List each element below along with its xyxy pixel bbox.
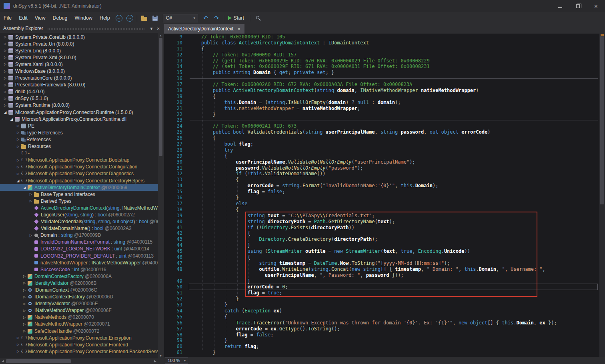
expander-icon[interactable]: ▷ bbox=[22, 322, 27, 326]
tab-activedirectorydomaincontext[interactable]: ActiveDirectoryDomainContext × bbox=[164, 24, 244, 34]
tree-item[interactable]: ▷INativeMethodWrapper @0200006F bbox=[0, 307, 158, 314]
tree-item[interactable]: ▷IdentityValidator @0200006B bbox=[0, 280, 158, 286]
code-viewer[interactable]: 9 // Token: 0x02000069 RID: 10510 public… bbox=[164, 34, 599, 357]
tree-item[interactable]: ▷Domain : string @1700009D bbox=[0, 232, 158, 239]
expander-icon[interactable]: ▷ bbox=[2, 76, 8, 80]
tree-item[interactable]: ValidateDomainName() : bool @060002A3 bbox=[0, 225, 158, 232]
tree-item[interactable]: ▷Type References bbox=[0, 129, 158, 136]
code-line[interactable]: 17 // Token: 0x060002A0 RID: 672 RVA: 0x… bbox=[164, 82, 599, 88]
tree-item[interactable]: ▷IDomainContext @0200006C bbox=[0, 286, 158, 293]
tree-scrollbar-thumb[interactable] bbox=[159, 38, 162, 156]
expander-icon[interactable]: ▷ bbox=[22, 329, 27, 333]
tree-item[interactable]: ▷NativeMethods @02000070 bbox=[0, 314, 158, 321]
code-line[interactable]: 43 Directory.CreateDirectory(directoryPa… bbox=[164, 236, 599, 242]
expander-icon[interactable]: ▷ bbox=[22, 295, 27, 299]
expander-icon[interactable]: ▷ bbox=[15, 343, 21, 346]
expander-icon[interactable]: ▷ bbox=[22, 281, 27, 285]
tree-item[interactable]: ▷IIdentityValidator @0200006E bbox=[0, 300, 158, 307]
expander-icon[interactable]: ▷ bbox=[15, 158, 21, 162]
code-line[interactable]: userPrincipalName, ", Password: ", passw… bbox=[164, 272, 599, 278]
tree-item[interactable]: ▷SafeCloseHandle @02000072 bbox=[0, 328, 158, 334]
expander-icon[interactable]: ▷ bbox=[22, 309, 27, 312]
code-line[interactable]: 47 string timestamp = DateTime.Now.ToStr… bbox=[164, 260, 599, 266]
expander-icon[interactable]: ▷ bbox=[2, 35, 8, 39]
code-line[interactable]: 58 flag = false; bbox=[164, 332, 599, 338]
tree-item[interactable]: ▷Base Type and Interfaces bbox=[0, 191, 158, 198]
code-line[interactable]: 33 { bbox=[164, 177, 599, 183]
tab-close-icon[interactable]: × bbox=[237, 26, 240, 32]
code-line[interactable]: 10 public class ActiveDirectoryDomainCon… bbox=[164, 40, 599, 46]
code-line[interactable]: 48 outfile.WriteLine(string.Concat(new s… bbox=[164, 266, 599, 272]
tree-item[interactable]: ▷DomainContextFactory @0200006A bbox=[0, 273, 158, 280]
code-line[interactable]: 38 { bbox=[164, 207, 599, 213]
tree-item[interactable]: ▷References bbox=[0, 136, 158, 143]
tree-item[interactable]: ▷NativeMethodWrapper @02000071 bbox=[0, 321, 158, 328]
tree-item[interactable]: ▷System.Runtime (8.0.0.0) bbox=[0, 102, 158, 109]
open-file-button[interactable] bbox=[139, 13, 150, 23]
tree-item[interactable]: LogonUser(string, string) : bool @060002… bbox=[0, 211, 158, 218]
code-line[interactable]: 51 flag = true; bbox=[164, 290, 599, 296]
tree-item[interactable]: ▷PE bbox=[0, 122, 158, 129]
redo-button[interactable]: ↷ bbox=[211, 13, 222, 23]
undo-button[interactable]: ↶ bbox=[200, 13, 211, 23]
tree-item[interactable]: ActiveDirectoryDomainContext(string, INa… bbox=[0, 204, 158, 211]
code-line[interactable]: 15 public string Domain { get; private s… bbox=[164, 70, 599, 76]
tree-item[interactable]: ◢Microsoft.ApplicationProxy.Connector.Di… bbox=[0, 177, 158, 184]
code-line[interactable]: 42 { bbox=[164, 230, 599, 236]
scroll-down-icon[interactable]: ▼ bbox=[158, 353, 163, 358]
code-line[interactable]: 27 bool flag; bbox=[164, 141, 599, 147]
expander-icon[interactable]: ▷ bbox=[15, 138, 21, 141]
tree-item[interactable]: ▷System.Private.Uri (8.0.0.0) bbox=[0, 40, 158, 47]
tree-item[interactable]: ▷Microsoft.ApplicationProxy.Connector.Fr… bbox=[0, 348, 158, 355]
code-line[interactable]: 21 this.nativeMethodWrapper = nativeMeth… bbox=[164, 106, 599, 112]
expander-icon[interactable]: ▷ bbox=[22, 288, 27, 292]
tree-item[interactable]: ▷IDomainContextFactory @0200006D bbox=[0, 294, 158, 300]
code-line[interactable]: 37 else bbox=[164, 201, 599, 207]
expander-icon[interactable]: ▷ bbox=[2, 104, 8, 107]
tree-item[interactable]: - bbox=[0, 150, 158, 157]
tree-item[interactable]: nativeMethodWrapper : INativeMethodWrapp… bbox=[0, 259, 158, 266]
expander-icon[interactable]: ▷ bbox=[22, 274, 27, 278]
code-line[interactable]: 11 { bbox=[164, 46, 599, 52]
expander-icon[interactable]: ◢ bbox=[9, 117, 14, 121]
editor-scrollbar-thumb[interactable] bbox=[600, 36, 604, 204]
tree-item[interactable]: ▷System.Private.Xml (8.0.0.0) bbox=[0, 54, 158, 61]
code-line[interactable]: 57 errorCode = ex.GetType().ToString(); bbox=[164, 326, 599, 332]
code-line[interactable]: 9 // Token: 0x02000069 RID: 105 bbox=[164, 34, 599, 40]
expander-icon[interactable]: ▷ bbox=[2, 97, 8, 100]
code-line[interactable]: 18 public ActiveDirectoryDomainContext(s… bbox=[164, 88, 599, 94]
tree-item[interactable]: LOGON32_LOGON_NETWORK : uint @04000114 bbox=[0, 246, 158, 252]
expander-icon[interactable]: ▷ bbox=[28, 234, 34, 237]
tree-hscrollbar-thumb[interactable] bbox=[6, 359, 71, 363]
tree-item[interactable]: ◢ActiveDirectoryDomainContext @02000069 bbox=[0, 184, 158, 191]
code-line[interactable]: 61 } bbox=[164, 350, 599, 356]
zoom-selector[interactable]: 100 % ▼ bbox=[165, 357, 188, 364]
code-separator-line[interactable]: 16 bbox=[164, 76, 599, 82]
expander-icon[interactable]: ▷ bbox=[15, 124, 21, 128]
expander-icon[interactable]: ▷ bbox=[22, 316, 27, 319]
code-line[interactable]: 35 flag = false; bbox=[164, 189, 599, 195]
code-line[interactable]: 30 userPrincipalName.ValidateNotNullOrEm… bbox=[164, 159, 599, 165]
tree-item[interactable]: ▷PresentationFramework (8.0.0.0) bbox=[0, 82, 158, 88]
tree-item[interactable]: ▷Microsoft.ApplicationProxy.Connector.Co… bbox=[0, 164, 158, 170]
expander-icon[interactable]: ◢ bbox=[15, 179, 21, 183]
code-line[interactable]: 26 { bbox=[164, 135, 599, 141]
scroll-left-icon[interactable]: ◀ bbox=[0, 358, 6, 364]
tree-item[interactable]: ▷System.Linq (8.0.0.0) bbox=[0, 47, 158, 54]
tree-vertical-scrollbar[interactable]: ▲ ▼ bbox=[158, 33, 163, 358]
tree-item[interactable]: ◢Microsoft.ApplicationProxy.Connector.Ru… bbox=[0, 109, 158, 116]
code-line[interactable]: 46 { bbox=[164, 254, 599, 260]
code-line[interactable]: 31 password.ValidateNotNullOrEmpty("pass… bbox=[164, 165, 599, 171]
code-line[interactable]: 49 } bbox=[164, 278, 599, 284]
tree-item[interactable]: ▷Microsoft.ApplicationProxy.Connector.Di… bbox=[0, 170, 158, 177]
expander-icon[interactable]: ▷ bbox=[15, 145, 21, 148]
tree-item[interactable]: LOGON32_PROVIDER_DEFAULT : uint @0400011… bbox=[0, 252, 158, 259]
scroll-right-icon[interactable]: ▶ bbox=[152, 358, 158, 364]
code-line[interactable]: 25 public bool ValidateCredentials(strin… bbox=[164, 129, 599, 135]
tree-item[interactable]: ▷Microsoft.ApplicationProxy.Connector.En… bbox=[0, 334, 158, 341]
tree-item[interactable]: ValidateCredentials(string, string, out … bbox=[0, 218, 158, 225]
code-line[interactable]: 20 this.Domain = (string.IsNullOrEmpty(d… bbox=[164, 100, 599, 106]
expander-icon[interactable]: ▷ bbox=[28, 199, 34, 203]
tree-item[interactable]: ▷System.Xaml (8.0.0.0) bbox=[0, 61, 158, 68]
code-line[interactable]: 41 if (!Directory.Exists(directoryPath)) bbox=[164, 225, 599, 231]
